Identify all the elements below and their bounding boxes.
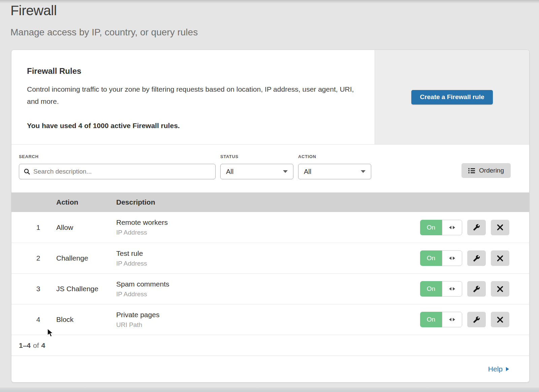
pagination-range: 1–4 <box>19 341 31 350</box>
arrows-left-right-icon <box>449 287 451 291</box>
rule-action: Challenge <box>56 254 116 262</box>
create-firewall-rule-button[interactable]: Create a Firewall rule <box>411 90 493 104</box>
wrench-icon <box>473 285 480 293</box>
edit-rule-button[interactable] <box>467 312 486 327</box>
rule-priority: 1 <box>11 223 56 232</box>
action-column-header: Action <box>56 198 116 206</box>
rule-action: JS Challenge <box>56 285 116 293</box>
page-title: Firewall <box>10 3 57 19</box>
toggle-handle[interactable] <box>442 281 462 297</box>
rule-action: Allow <box>56 223 116 232</box>
rule-toggle[interactable]: On <box>420 312 462 327</box>
rule-description: Remote workers <box>116 218 420 227</box>
rule-priority: 3 <box>11 285 56 293</box>
rule-controls: On <box>420 220 529 235</box>
pagination-of-label: of <box>33 341 39 350</box>
rule-action: Block <box>56 315 116 324</box>
rule-toggle[interactable]: On <box>420 281 462 297</box>
filter-bar: SEARCH STATUS All ACTION All <box>11 144 529 192</box>
action-filter: ACTION All <box>298 154 371 192</box>
table-row: 3 JS Challenge Spam comments IP Address … <box>11 273 529 304</box>
ordering-button[interactable]: Ordering <box>462 163 511 178</box>
card-footer: Help <box>11 356 529 382</box>
status-select-value: All <box>226 168 233 176</box>
wrench-icon <box>473 224 480 231</box>
rule-description: Spam comments <box>116 280 420 288</box>
toggle-handle[interactable] <box>442 250 462 266</box>
close-icon <box>497 224 503 231</box>
rule-description-cell: Test rule IP Address <box>116 249 420 267</box>
rule-match-type: URI Path <box>116 321 420 329</box>
usage-note: You have used 4 of 1000 active Firewall … <box>27 122 361 130</box>
ordering-list-icon <box>468 168 475 174</box>
toggle-handle[interactable] <box>442 220 462 235</box>
rule-description-cell: Spam comments IP Address <box>116 280 420 298</box>
wrench-icon <box>473 255 480 262</box>
pagination-total: 4 <box>41 341 45 350</box>
rule-description-cell: Remote workers IP Address <box>116 218 420 236</box>
rule-description: Private pages <box>116 311 420 319</box>
rule-toggle[interactable]: On <box>420 220 462 235</box>
arrows-left-right-icon <box>453 287 455 291</box>
status-select[interactable]: All <box>220 164 293 179</box>
section-title: Firewall Rules <box>27 66 361 76</box>
rule-priority: 4 <box>11 315 56 324</box>
help-arrow-icon <box>506 367 509 371</box>
delete-rule-button[interactable] <box>491 281 509 297</box>
section-description: Control incoming traffic to your zone by… <box>27 83 357 108</box>
edit-rule-button[interactable] <box>467 220 486 235</box>
toggle-on-label: On <box>420 220 442 235</box>
table-row: 2 Challenge Test rule IP Address On <box>11 243 529 273</box>
search-input[interactable] <box>33 168 211 175</box>
rule-priority: 2 <box>11 254 56 262</box>
description-column-header: Description <box>116 198 420 206</box>
edit-rule-button[interactable] <box>467 250 486 266</box>
toggle-handle[interactable] <box>442 312 462 327</box>
search-label: SEARCH <box>19 154 216 159</box>
arrows-left-right-icon <box>449 226 451 229</box>
intro-text-block: Firewall Rules Control incoming traffic … <box>11 50 375 144</box>
arrows-left-right-icon <box>453 257 455 260</box>
rule-description: Test rule <box>116 249 420 258</box>
rule-match-type: IP Address <box>116 229 420 236</box>
rule-toggle[interactable]: On <box>420 250 462 266</box>
arrows-left-right-icon <box>449 257 451 260</box>
rule-description-cell: Private pages URI Path <box>116 311 420 329</box>
status-filter: STATUS All <box>220 154 293 192</box>
action-select-value: All <box>304 168 311 176</box>
rule-match-type: IP Address <box>116 260 420 267</box>
chevron-down-icon <box>283 170 288 173</box>
help-link-label: Help <box>488 365 503 373</box>
rule-controls: On <box>420 281 529 297</box>
search-filter: SEARCH <box>19 154 216 192</box>
search-icon <box>24 168 30 175</box>
create-rule-panel: Create a Firewall rule <box>375 50 529 144</box>
edit-rule-button[interactable] <box>467 281 486 297</box>
arrows-left-right-icon <box>453 226 455 229</box>
delete-rule-button[interactable] <box>491 312 509 327</box>
delete-rule-button[interactable] <box>491 250 509 266</box>
action-label: ACTION <box>298 154 371 159</box>
chevron-down-icon <box>361 170 366 173</box>
table-header-row: Action Description <box>11 192 529 212</box>
arrows-left-right-icon <box>453 318 455 321</box>
action-select[interactable]: All <box>298 164 371 179</box>
table-row: 1 Allow Remote workers IP Address On <box>11 212 529 243</box>
help-link[interactable]: Help <box>488 365 509 373</box>
firewall-rules-intro: Firewall Rules Control incoming traffic … <box>11 50 529 144</box>
firewall-rules-card: Firewall Rules Control incoming traffic … <box>11 50 530 383</box>
rule-match-type: IP Address <box>116 291 420 298</box>
toggle-on-label: On <box>420 250 442 266</box>
rule-controls: On <box>420 250 529 266</box>
window-edge-bottom <box>0 388 539 392</box>
rule-controls: On <box>420 312 529 327</box>
close-icon <box>497 316 503 323</box>
delete-rule-button[interactable] <box>491 220 509 235</box>
page-subtitle: Manage access by IP, country, or query r… <box>10 27 198 38</box>
table-row: 4 Block Private pages URI Path On <box>11 304 529 335</box>
pagination: 1–4 of 4 <box>11 335 529 356</box>
status-label: STATUS <box>220 154 293 159</box>
ordering-button-label: Ordering <box>479 167 504 174</box>
toggle-on-label: On <box>420 281 442 297</box>
close-icon <box>497 286 503 292</box>
